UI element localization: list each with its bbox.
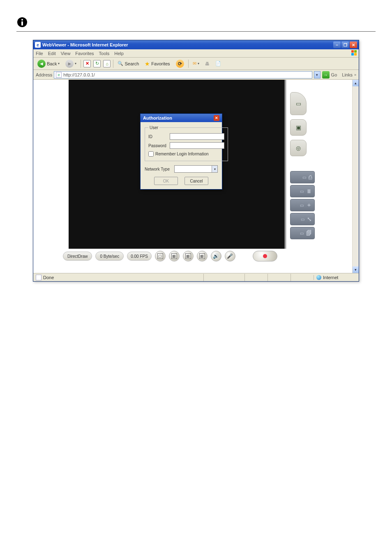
id-input[interactable]: [170, 133, 224, 140]
status-cell: [244, 274, 267, 281]
scroll-down-icon[interactable]: ▾: [353, 266, 359, 273]
menu-help[interactable]: Help: [114, 51, 124, 56]
edit-button[interactable]: 📄: [214, 60, 223, 67]
close-button[interactable]: ✕: [350, 42, 357, 48]
layout-1x1-button[interactable]: ▢: [155, 251, 166, 261]
address-label: Address: [36, 72, 52, 77]
side-tab-camera[interactable]: ◎: [290, 140, 307, 156]
scroll-up-icon[interactable]: ▴: [353, 80, 359, 86]
mic-icon: 🎤: [227, 253, 233, 259]
grid-16-icon: ▦: [199, 253, 205, 259]
svg-point-1: [21, 19, 23, 21]
record-icon: [263, 254, 267, 258]
data-rate: 0 Byte/sec: [95, 252, 124, 261]
side-button-4[interactable]: ▭⤡: [290, 213, 315, 225]
side-button-3[interactable]: ▭＋: [290, 199, 315, 211]
history-button[interactable]: ⟳: [174, 59, 186, 69]
back-button[interactable]: ◄ Back ▾: [36, 59, 61, 69]
layout-2x2-button[interactable]: ▦: [169, 251, 180, 261]
info-icon: [16, 16, 28, 28]
menu-tools[interactable]: Tools: [99, 51, 110, 56]
menu-edit[interactable]: Edit: [48, 51, 56, 56]
render-mode[interactable]: DirectDraw: [63, 252, 92, 261]
layout-4x4-button[interactable]: ▦: [197, 251, 208, 261]
chevron-down-icon: ▾: [212, 166, 217, 172]
home-button[interactable]: ⌂: [103, 60, 111, 67]
user-fieldset: User ID Password Remember Login Informat…: [145, 125, 228, 161]
go-label: Go: [331, 72, 337, 77]
status-cell: [203, 274, 244, 281]
side-button-2[interactable]: ▭⏸: [290, 185, 315, 197]
restore-button[interactable]: ❐: [341, 42, 349, 48]
chevron-down-icon: ▾: [58, 62, 60, 65]
grid-4-icon: ▦: [171, 253, 177, 259]
status-strip: DirectDraw 0 Byte/sec 0.00 FPS ▢ ▦ ▦ ▦ 🔊…: [63, 249, 359, 264]
ie-icon: e: [35, 42, 41, 48]
side-tab-playback[interactable]: ▣: [290, 119, 307, 136]
forward-button[interactable]: ► ▾: [64, 59, 78, 69]
window-title: WebViewer - Microsoft Internet Explorer: [42, 42, 333, 47]
remember-label: Remember Login Information: [155, 152, 209, 156]
film-icon: ▣: [296, 124, 301, 131]
titlebar: e WebViewer - Microsoft Internet Explore…: [33, 40, 359, 49]
layout-3x3-button[interactable]: ▦: [183, 251, 194, 261]
address-input[interactable]: e http://127.0.0.1/: [54, 71, 312, 79]
search-label: Search: [125, 61, 139, 66]
chevron-right-icon[interactable]: »: [354, 73, 356, 77]
stop-button[interactable]: ✕: [83, 60, 91, 67]
history-icon: ⟳: [176, 60, 184, 68]
authorization-dialog: Authorization ✕ User ID Password: [140, 113, 222, 190]
document-icon: [36, 275, 42, 280]
dialog-title: Authorization: [143, 116, 172, 120]
status-cell: [267, 274, 291, 281]
remember-checkbox[interactable]: [148, 151, 154, 157]
screen-icon: ▭: [296, 100, 301, 107]
dialog-close-button[interactable]: ✕: [214, 115, 219, 121]
search-icon: 🔍: [118, 61, 123, 66]
mic-button[interactable]: 🎤: [225, 251, 235, 261]
globe-icon: [316, 275, 321, 280]
back-icon: ◄: [37, 60, 46, 68]
record-button[interactable]: [253, 251, 277, 261]
side-button-5[interactable]: ▭🗐: [290, 227, 315, 239]
favorites-button[interactable]: ★ Favorites: [143, 60, 171, 68]
status-text: Done: [43, 275, 54, 280]
forward-icon: ►: [65, 60, 74, 68]
menu-view[interactable]: View: [61, 51, 71, 56]
chevron-down-icon: ▾: [75, 62, 76, 65]
audio-button[interactable]: 🔊: [211, 251, 221, 261]
dialog-titlebar: Authorization ✕: [141, 114, 222, 122]
fps-readout: 0.00 FPS: [127, 252, 152, 261]
browser-window: e WebViewer - Microsoft Internet Explore…: [33, 40, 359, 282]
search-button[interactable]: 🔍 Search: [116, 60, 141, 67]
favorites-label: Favorites: [151, 61, 170, 66]
windows-logo-icon: [350, 50, 358, 57]
menu-file[interactable]: File: [36, 51, 43, 56]
cancel-button[interactable]: Cancel: [184, 177, 208, 185]
menu-favorites[interactable]: Favorites: [75, 51, 94, 56]
refresh-button[interactable]: ↻: [93, 60, 101, 67]
toolbar-separator: [81, 60, 81, 68]
statusbar: Done Internet: [33, 273, 359, 281]
zone-label: Internet: [323, 275, 338, 280]
password-input[interactable]: [170, 142, 224, 149]
ok-button[interactable]: OK: [154, 177, 178, 185]
toolbar-separator: [188, 60, 189, 68]
links-label[interactable]: Links: [342, 72, 353, 77]
page-icon: e: [56, 72, 62, 78]
grid-9-icon: ▦: [185, 253, 191, 259]
print-button[interactable]: 🖶: [203, 60, 211, 67]
content-area: ▭ ▣ ◎ ▭⎙ ▭⏸ ▭＋ ▭⤡ ▭🗐 DirectDraw 0 Byte/s…: [33, 80, 359, 273]
separator: [16, 31, 376, 32]
side-button-1[interactable]: ▭⎙: [290, 171, 315, 183]
minimize-button[interactable]: –: [333, 42, 341, 48]
side-tab-monitor[interactable]: ▭: [290, 92, 307, 115]
address-dropdown[interactable]: ▾: [314, 71, 321, 79]
mail-button[interactable]: ✉ ▾: [191, 60, 201, 67]
network-type-select[interactable]: ▾: [174, 165, 218, 173]
security-zone: Internet: [314, 275, 359, 280]
vertical-scrollbar[interactable]: ▴ ▾: [352, 80, 359, 273]
camera-icon: ◎: [296, 145, 301, 151]
go-button[interactable]: →: [322, 71, 330, 79]
network-type-label: Network Type: [145, 167, 174, 171]
